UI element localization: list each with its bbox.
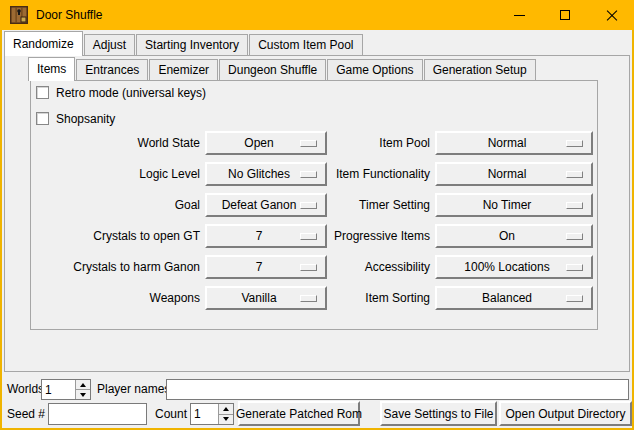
spin-down-icon (223, 417, 229, 421)
logic-level-dropdown[interactable]: No Glitches (205, 162, 327, 186)
menu-indicator-icon (300, 140, 317, 147)
minimize-icon (514, 15, 525, 16)
progressive-items-label: Progressive Items (334, 224, 430, 248)
crystals-open-gt-value: 7 (256, 229, 277, 243)
world-state-dropdown[interactable]: Open (205, 131, 327, 155)
weapons-value: Vanilla (241, 291, 290, 305)
crystals-harm-ganon-label: Crystals to harm Ganon (73, 255, 200, 279)
retro-mode-label: Retro mode (universal keys) (56, 86, 206, 100)
worlds-spinbox (41, 379, 91, 400)
logic-level-value: No Glitches (228, 167, 304, 181)
item-functionality-value: Normal (488, 167, 541, 181)
shopsanity-checkbox[interactable] (36, 112, 49, 125)
item-sorting-value: Balanced (482, 291, 546, 305)
crystals-harm-ganon-dropdown[interactable]: 7 (205, 255, 327, 279)
menu-indicator-icon (566, 295, 583, 302)
tab-starting-inventory[interactable]: Starting Inventory (136, 34, 248, 56)
worlds-spin-down-button[interactable] (76, 389, 90, 399)
retro-mode-checkbox-row: Retro mode (universal keys) (36, 85, 206, 100)
tab-adjust[interactable]: Adjust (84, 34, 135, 56)
titlebar[interactable]: Door Shuffle (0, 0, 634, 30)
menu-indicator-icon (566, 140, 583, 147)
close-button[interactable] (588, 0, 634, 30)
count-spin-up-button[interactable] (219, 404, 233, 414)
worlds-spin-up-button[interactable] (76, 380, 90, 389)
worlds-input[interactable] (42, 380, 75, 399)
tab-randomize[interactable]: Randomize (4, 31, 83, 56)
worlds-spin-buttons (75, 380, 90, 399)
tab-custom-item-pool[interactable]: Custom Item Pool (249, 34, 362, 56)
accessibility-value: 100% Locations (464, 260, 563, 274)
minimize-button[interactable] (496, 0, 542, 30)
count-label: Count (155, 403, 187, 425)
crystals-harm-ganon-value: 7 (256, 260, 277, 274)
progressive-items-value: On (499, 229, 529, 243)
spin-up-icon (223, 407, 229, 411)
count-input[interactable] (191, 404, 218, 424)
seed-label: Seed # (7, 403, 45, 425)
player-names-input[interactable] (166, 379, 629, 400)
crystals-open-gt-label: Crystals to open GT (93, 224, 200, 248)
accessibility-label: Accessibility (365, 255, 430, 279)
maximize-icon (560, 10, 570, 20)
item-pool-label: Item Pool (379, 131, 430, 155)
progressive-items-dropdown[interactable]: On (435, 224, 593, 248)
maximize-button[interactable] (542, 0, 588, 30)
save-settings-button[interactable]: Save Settings to File (380, 401, 497, 426)
spin-down-icon (80, 393, 86, 397)
worlds-label: Worlds (7, 379, 44, 400)
window-title: Door Shuffle (36, 0, 103, 30)
goal-dropdown[interactable]: Defeat Ganon (205, 193, 327, 217)
menu-indicator-icon (566, 264, 583, 271)
retro-mode-checkbox[interactable] (36, 86, 49, 99)
main-tab-bar: Randomize Adjust Starting Inventory Cust… (4, 31, 363, 56)
menu-indicator-icon (566, 202, 583, 209)
weapons-label: Weapons (150, 286, 200, 310)
menu-indicator-icon (300, 295, 317, 302)
timer-setting-label: Timer Setting (359, 193, 430, 217)
item-functionality-label: Item Functionality (336, 162, 430, 186)
shopsanity-checkbox-row: Shopsanity (36, 111, 115, 126)
goal-label: Goal (175, 193, 200, 217)
item-pool-value: Normal (488, 136, 541, 150)
shopsanity-label: Shopsanity (56, 112, 115, 126)
spin-up-icon (80, 383, 86, 387)
menu-indicator-icon (300, 171, 317, 178)
count-spinbox (190, 403, 234, 425)
tab-dungeon-shuffle[interactable]: Dungeon Shuffle (219, 59, 326, 81)
tab-generation-setup[interactable]: Generation Setup (424, 59, 536, 81)
item-functionality-dropdown[interactable]: Normal (435, 162, 593, 186)
player-names-label: Player names (97, 379, 170, 400)
logic-level-label: Logic Level (139, 162, 200, 186)
sub-tab-bar: Items Entrances Enemizer Dungeon Shuffle… (28, 57, 536, 81)
goal-value: Defeat Ganon (222, 198, 311, 212)
weapons-dropdown[interactable]: Vanilla (205, 286, 327, 310)
open-output-directory-button[interactable]: Open Output Directory (499, 401, 632, 426)
menu-indicator-icon (300, 202, 317, 209)
generate-patched-rom-button[interactable]: Generate Patched Rom (238, 401, 360, 426)
timer-setting-value: No Timer (483, 198, 546, 212)
window-content: Randomize Adjust Starting Inventory Cust… (2, 30, 632, 428)
world-state-label: World State (138, 131, 200, 155)
tab-items[interactable]: Items (28, 57, 75, 81)
tab-enemizer[interactable]: Enemizer (149, 59, 218, 81)
menu-indicator-icon (300, 264, 317, 271)
tab-entrances[interactable]: Entrances (76, 59, 148, 81)
menu-indicator-icon (566, 171, 583, 178)
world-state-value: Open (244, 136, 287, 150)
count-spin-down-button[interactable] (219, 414, 233, 425)
door-icon[interactable] (9, 5, 29, 25)
seed-input[interactable] (48, 403, 147, 425)
item-sorting-dropdown[interactable]: Balanced (435, 286, 593, 310)
menu-indicator-icon (300, 233, 317, 240)
timer-setting-dropdown[interactable]: No Timer (435, 193, 593, 217)
accessibility-dropdown[interactable]: 100% Locations (435, 255, 593, 279)
item-sorting-label: Item Sorting (365, 286, 430, 310)
item-pool-dropdown[interactable]: Normal (435, 131, 593, 155)
crystals-open-gt-dropdown[interactable]: 7 (205, 224, 327, 248)
app-window: Door Shuffle Randomize Adjust Starting I… (0, 0, 634, 430)
menu-indicator-icon (566, 233, 583, 240)
tab-game-options[interactable]: Game Options (327, 59, 422, 81)
count-spin-buttons (218, 404, 233, 424)
